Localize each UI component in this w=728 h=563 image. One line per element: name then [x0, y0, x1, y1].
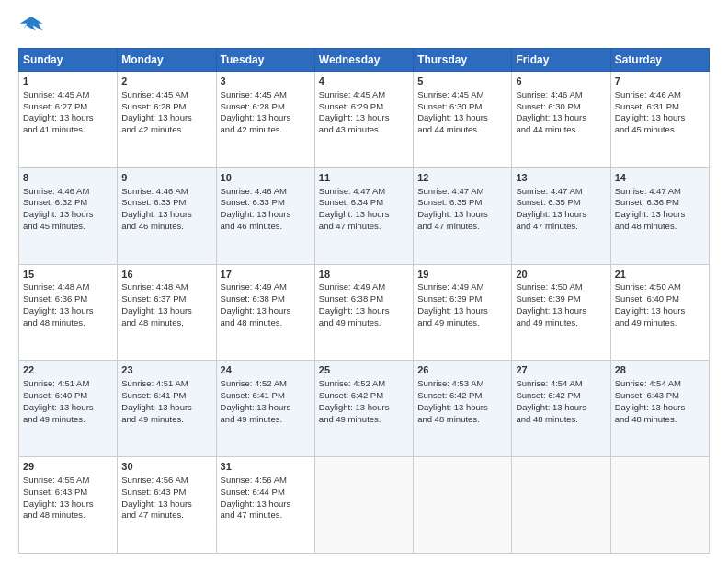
day-info-line: Daylight: 13 hours — [615, 209, 705, 221]
day-info-line: Sunrise: 4:54 AM — [516, 378, 606, 390]
day-number: 30 — [121, 460, 211, 474]
calendar-cell: 28Sunrise: 4:54 AMSunset: 6:43 PMDayligh… — [610, 361, 709, 457]
day-info-line: Sunrise: 4:55 AM — [23, 475, 113, 487]
day-info-line: Daylight: 13 hours — [121, 305, 211, 317]
day-info-line: Sunrise: 4:49 AM — [221, 282, 311, 293]
day-info-line: and 45 minutes. — [615, 124, 705, 136]
calendar-cell: 18Sunrise: 4:49 AMSunset: 6:38 PMDayligh… — [314, 264, 413, 361]
calendar-cell: 4Sunrise: 4:45 AMSunset: 6:29 PMDaylight… — [314, 72, 413, 168]
day-info-line: Daylight: 13 hours — [221, 112, 311, 124]
day-number: 17 — [221, 268, 311, 282]
day-info-line: Sunrise: 4:46 AM — [23, 186, 113, 198]
day-number: 6 — [516, 75, 606, 88]
day-info-line: Daylight: 13 hours — [417, 402, 507, 414]
calendar-cell — [512, 457, 610, 554]
day-info-line: Daylight: 13 hours — [221, 209, 311, 221]
day-info-line: Daylight: 13 hours — [121, 499, 211, 511]
calendar-week-2: 8Sunrise: 4:46 AMSunset: 6:32 PMDaylight… — [19, 167, 710, 264]
day-info-line: Sunset: 6:39 PM — [516, 293, 606, 305]
header — [18, 15, 710, 40]
day-info-line: Sunset: 6:41 PM — [221, 390, 311, 402]
calendar-cell: 2Sunrise: 4:45 AMSunset: 6:28 PMDaylight… — [118, 72, 216, 168]
day-info-line: Sunrise: 4:45 AM — [221, 89, 311, 101]
day-info-line: Sunset: 6:36 PM — [615, 197, 705, 209]
day-info-line: and 49 minutes. — [121, 414, 211, 426]
calendar-cell: 7Sunrise: 4:46 AMSunset: 6:31 PMDaylight… — [610, 72, 709, 168]
day-info-line: and 49 minutes. — [417, 317, 507, 329]
day-info-line: Sunset: 6:42 PM — [417, 390, 507, 402]
calendar-cell — [610, 457, 709, 554]
day-info-line: Sunset: 6:28 PM — [221, 101, 311, 113]
day-info-line: Daylight: 13 hours — [319, 402, 409, 414]
day-number: 23 — [121, 363, 211, 377]
day-info-line: Sunrise: 4:45 AM — [121, 89, 211, 101]
day-info-line: Daylight: 13 hours — [319, 112, 409, 124]
day-info-line: and 42 minutes. — [121, 124, 211, 136]
calendar-week-3: 15Sunrise: 4:48 AMSunset: 6:36 PMDayligh… — [19, 264, 710, 361]
day-info-line: Sunrise: 4:56 AM — [221, 475, 311, 487]
day-info-line: Sunset: 6:33 PM — [121, 197, 211, 209]
day-info-line: Sunset: 6:42 PM — [319, 390, 409, 402]
day-info-line: Sunrise: 4:54 AM — [615, 378, 705, 390]
calendar-cell — [314, 457, 413, 554]
day-info-line: Sunset: 6:27 PM — [23, 101, 113, 113]
day-info-line: Sunset: 6:43 PM — [23, 487, 113, 499]
logo-icon — [18, 15, 44, 37]
day-info-line: and 48 minutes. — [516, 414, 606, 426]
day-info-line: Daylight: 13 hours — [23, 305, 113, 317]
day-info-line: Daylight: 13 hours — [615, 305, 705, 317]
day-info-line: Sunset: 6:42 PM — [516, 390, 606, 402]
day-info-line: Daylight: 13 hours — [516, 305, 606, 317]
day-info-line: Sunrise: 4:56 AM — [121, 475, 211, 487]
day-info-line: Sunset: 6:32 PM — [23, 197, 113, 209]
calendar-cell: 19Sunrise: 4:49 AMSunset: 6:39 PMDayligh… — [414, 264, 512, 361]
day-number: 18 — [319, 268, 409, 282]
day-info-line: Daylight: 13 hours — [23, 499, 113, 511]
day-info-line: Daylight: 13 hours — [23, 112, 113, 124]
day-number: 15 — [23, 268, 113, 282]
calendar-cell: 16Sunrise: 4:48 AMSunset: 6:37 PMDayligh… — [118, 264, 216, 361]
calendar-cell: 21Sunrise: 4:50 AMSunset: 6:40 PMDayligh… — [610, 264, 709, 361]
day-info-line: Sunset: 6:44 PM — [221, 487, 311, 499]
calendar-cell: 31Sunrise: 4:56 AMSunset: 6:44 PMDayligh… — [216, 457, 314, 554]
day-info-line: Daylight: 13 hours — [516, 112, 606, 124]
day-info-line: Sunrise: 4:52 AM — [319, 378, 409, 390]
col-header-tuesday: Tuesday — [216, 49, 314, 72]
day-info-line: Daylight: 13 hours — [615, 402, 705, 414]
logo — [18, 15, 46, 40]
day-info-line: and 48 minutes. — [121, 317, 211, 329]
day-info-line: and 49 minutes. — [319, 414, 409, 426]
day-number: 24 — [221, 363, 311, 377]
day-number: 8 — [23, 171, 113, 185]
day-number: 4 — [319, 75, 409, 88]
calendar-cell: 10Sunrise: 4:46 AMSunset: 6:33 PMDayligh… — [216, 167, 314, 264]
calendar-cell: 9Sunrise: 4:46 AMSunset: 6:33 PMDaylight… — [118, 167, 216, 264]
day-info-line: and 47 minutes. — [417, 221, 507, 233]
col-header-monday: Monday — [118, 49, 216, 72]
day-info-line: Daylight: 13 hours — [121, 209, 211, 221]
day-number: 28 — [615, 363, 705, 377]
day-info-line: Sunrise: 4:51 AM — [23, 378, 113, 390]
day-number: 22 — [23, 363, 113, 377]
day-info-line: and 49 minutes. — [615, 317, 705, 329]
col-header-saturday: Saturday — [610, 49, 709, 72]
day-number: 12 — [417, 171, 507, 185]
day-info-line: Daylight: 13 hours — [319, 305, 409, 317]
day-number: 27 — [516, 363, 606, 377]
day-number: 29 — [23, 460, 113, 474]
calendar-cell: 12Sunrise: 4:47 AMSunset: 6:35 PMDayligh… — [414, 167, 512, 264]
day-info-line: Sunset: 6:29 PM — [319, 101, 409, 113]
day-info-line: and 49 minutes. — [516, 317, 606, 329]
day-info-line: Sunset: 6:39 PM — [417, 293, 507, 305]
calendar-cell: 3Sunrise: 4:45 AMSunset: 6:28 PMDaylight… — [216, 72, 314, 168]
day-info-line: Daylight: 13 hours — [221, 402, 311, 414]
day-info-line: and 44 minutes. — [417, 124, 507, 136]
day-number: 19 — [417, 268, 507, 282]
day-info-line: and 47 minutes. — [516, 221, 606, 233]
day-number: 1 — [23, 75, 113, 88]
day-info-line: Daylight: 13 hours — [319, 209, 409, 221]
day-info-line: Daylight: 13 hours — [516, 209, 606, 221]
day-info-line: Sunset: 6:40 PM — [615, 293, 705, 305]
day-info-line: and 48 minutes. — [23, 510, 113, 522]
calendar-cell: 26Sunrise: 4:53 AMSunset: 6:42 PMDayligh… — [414, 361, 512, 457]
